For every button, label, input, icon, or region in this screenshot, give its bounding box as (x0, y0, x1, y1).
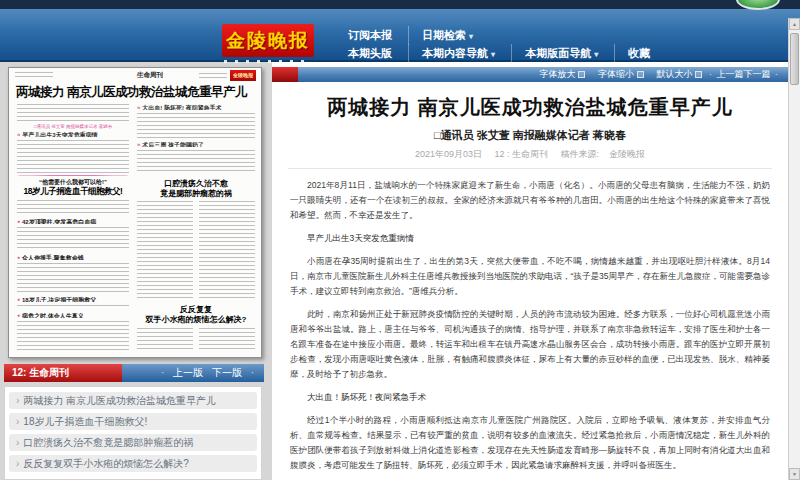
article-paragraph: 早产儿出生3天突发危重病情 (290, 231, 770, 246)
chevron-right-icon: › (16, 395, 19, 406)
text-lines-placeholder (17, 104, 129, 123)
thumb-headline: 两城接力 南京儿医成功救治盐城危重早产儿 (16, 84, 258, 101)
thumb-feature2-line2: 竟是腮部肿瘤惹的祸 (137, 188, 255, 199)
font-smaller-button[interactable]: 字体缩小 (598, 69, 634, 79)
pink-divider (17, 175, 129, 176)
nav-layout-guide[interactable]: 本期版面导航▾ (511, 44, 598, 63)
nav-front-page[interactable]: 本期头版 (348, 44, 392, 63)
nav-favorite[interactable]: 收藏 (614, 44, 650, 63)
chevron-down-icon: ▾ (469, 32, 473, 41)
article-paragraph: 经过1个半小时的路程，小雨唐顺利抵达南京市儿童医院广州路院区。入院后，立即给予吸… (290, 413, 770, 473)
text-lines-placeholder (137, 328, 193, 351)
article-paragraph: 此时，南京和扬州正处于新冠肺炎疫情防控的关键时期，人员的跨市流动较为困难。经多方… (290, 307, 770, 382)
dot-separator: · (161, 367, 164, 378)
text-lines-placeholder (17, 140, 129, 173)
nav-row-2: 本期头版 本期内容导航▾ 本期版面导航▾ 收藏 (348, 44, 650, 63)
dot-separator: · (251, 367, 254, 378)
current-page-label: 12: 生命周刊 (4, 364, 122, 382)
page-nav: · 上一版 下一版 · (122, 364, 264, 382)
scroll-down-button[interactable]: ▼ (789, 468, 800, 480)
section-arrow-icon: » (137, 141, 140, 147)
font-default-button[interactable]: 默认大小 (656, 69, 692, 79)
chevron-right-icon: › (16, 416, 19, 427)
text-lines-placeholder (199, 73, 227, 79)
chevron-right-icon: › (16, 458, 19, 469)
section-arrow-icon: » (17, 131, 20, 137)
next-page-button[interactable]: 下一版 (212, 367, 242, 378)
nav-content-guide[interactable]: 本期内容导航▾ (408, 44, 495, 63)
toolbar-actions: 字体放大 字体缩小 默认大小 · 上一篇下一篇 · (298, 67, 788, 82)
thumb-feature3-line2: 双手小水疱的烦恼怎么解决? (137, 314, 255, 325)
vertical-scrollbar[interactable]: ▲ ▼ (788, 18, 800, 480)
text-lines-placeholder (17, 305, 129, 309)
article-link[interactable]: ›口腔溃疡久治不愈竟是腮部肿瘤惹的祸 (9, 434, 257, 451)
main-content: 生命周刊 / 12 / 金陵晚报 两城接力 南京儿医成功救治盐城危重早产儿 □通… (0, 62, 800, 480)
thumb-bullet-3: ●18岁儿子,决定捐干细胞救父 (17, 296, 129, 302)
font-larger-icon[interactable] (578, 71, 585, 78)
nav-row-1: 订阅本报 日期检索▾ (348, 26, 473, 45)
chevron-down-icon: ▾ (594, 50, 598, 59)
font-default-icon[interactable] (695, 71, 702, 78)
thumb-section-2: »大出血! 肠坏死! 夜间紧急手术 (137, 104, 255, 110)
article-title: 两城接力 南京儿医成功救治盐城危重早产儿 (282, 94, 778, 121)
text-lines-placeholder (17, 227, 129, 250)
article-link[interactable]: ›反反复复双手小水疱的烦恼怎么解决? (9, 455, 257, 472)
article-meta: 2021年09月03日 12 : 生命周刊 稿件来源:金陵晚报 (288, 148, 772, 169)
thumb-section-3: »术后三周 孩子能喝奶了 (137, 141, 255, 147)
text-lines-placeholder (199, 201, 255, 299)
window-top-strip (0, 0, 800, 9)
scroll-up-button[interactable]: ▲ (789, 18, 800, 30)
font-larger-button[interactable]: 字体放大 (539, 69, 575, 79)
article-page-ref: 12 : 生命周刊 (495, 149, 549, 159)
toolbar-red-cap (272, 67, 298, 82)
scrollbar-thumb[interactable] (790, 33, 799, 85)
bullet-dot-icon: ● (17, 218, 20, 224)
article-panel: 字体放大 字体缩小 默认大小 · 上一篇下一篇 · 两城接力 南京儿医成功救治盐… (272, 62, 788, 480)
thumb-feature-headline: 18岁儿子捐造血干细胞救父! (17, 186, 129, 198)
dot-separator: · (709, 69, 712, 79)
text-lines-placeholder (137, 150, 255, 174)
newspaper-logo[interactable]: 金陵晚报 (222, 24, 314, 57)
thumb-bullet-1: ●42岁顶梁柱,突发高危白血病 (17, 218, 129, 224)
article-link[interactable]: ›18岁儿子捐造血干细胞救父! (9, 413, 257, 430)
article-toolbar: 字体放大 字体缩小 默认大小 · 上一篇下一篇 · (272, 67, 788, 82)
thumb-section-1: »早产儿出生3天突发危重病情 (17, 131, 129, 137)
newspaper-page-thumbnail[interactable]: 生命周刊 / 12 / 金陵晚报 两城接力 南京儿医成功救治盐城危重早产儿 □通… (8, 67, 262, 358)
section-arrow-icon: » (137, 104, 140, 110)
article-byline: □通讯员 张艾萱 南报融媒体记者 蒋晓春 (272, 128, 788, 143)
thumb-bullet-4: ●病危之时,体会人生真义 (17, 312, 129, 318)
bullet-dot-icon: ● (17, 296, 20, 302)
dot-separator: · (775, 69, 778, 79)
logo-caption-placeholder (224, 60, 312, 63)
prev-page-button[interactable]: 上一版 (173, 367, 203, 378)
thumb-bullet-2: ●众人伸援手,聚集救命钱 (17, 254, 129, 260)
text-lines-placeholder (15, 72, 53, 79)
text-lines-placeholder (137, 201, 193, 299)
font-smaller-icon[interactable] (637, 71, 644, 78)
thumb-masthead-logo: 金陵晚报 (230, 70, 256, 81)
nav-date-search[interactable]: 日期检索▾ (408, 26, 473, 45)
article-source-label: 稿件来源: (561, 149, 600, 159)
article-paragraph: 大出血！肠坏死！夜间紧急手术 (290, 390, 770, 405)
chevron-right-icon: › (16, 437, 19, 448)
article-link-list: ›两城接力 南京儿医成功救治盐城危重早产儿›18岁儿子捐造血干细胞救父!›口腔溃… (4, 386, 262, 480)
article-body: 2021年8月11日，盐城响水的一个特殊家庭迎来了新生命，小雨唐（化名）。小雨唐… (290, 178, 770, 480)
text-lines-placeholder (17, 200, 129, 214)
article-paragraph: 2021年8月11日，盐城响水的一个特殊家庭迎来了新生命，小雨唐（化名）。小雨唐… (290, 178, 770, 223)
article-date: 2021年09月03日 (415, 149, 482, 159)
article-link[interactable]: ›两城接力 南京儿医成功救治盐城危重早产儿 (9, 392, 257, 409)
site-header: 金陵晚报 订阅本报 日期检索▾ 本期头版 本期内容导航▾ 本期版面导航▾ 收藏 (0, 9, 800, 62)
text-lines-placeholder (17, 321, 129, 351)
page-bar: 12: 生命周刊 · 上一版 下一版 · (4, 364, 264, 382)
prev-article-button[interactable]: 上一篇 (716, 69, 743, 79)
text-lines-placeholder (199, 328, 255, 351)
next-article-button[interactable]: 下一篇 (743, 69, 770, 79)
article-paragraph: 小雨唐在孕35周时提前出生了，出生的第3天，突然大便带血，不吃不喝，病情越来越重… (290, 254, 770, 299)
text-lines-placeholder (137, 113, 255, 138)
chevron-down-icon: ▾ (491, 50, 495, 59)
text-lines-placeholder (17, 263, 129, 292)
nav-subscribe[interactable]: 订阅本报 (348, 26, 392, 45)
thumb-byline: □通讯员 张艾萱 南报融媒体记者 蒋晓春 (17, 124, 129, 129)
article-source: 金陵晚报 (609, 149, 645, 159)
bullet-dot-icon: ● (17, 254, 20, 260)
